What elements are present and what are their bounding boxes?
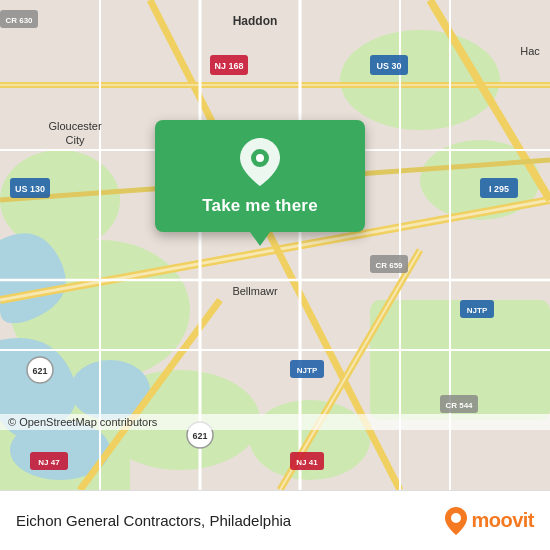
svg-text:NJ 47: NJ 47 <box>38 458 60 467</box>
moovit-logo: moovit <box>445 507 534 535</box>
svg-text:I 295: I 295 <box>489 184 509 194</box>
svg-text:CR 659: CR 659 <box>375 261 403 270</box>
svg-point-62 <box>451 513 461 523</box>
svg-text:City: City <box>66 134 85 146</box>
take-me-there-popup[interactable]: Take me there <box>155 120 365 232</box>
svg-text:621: 621 <box>192 431 207 441</box>
take-me-there-button[interactable]: Take me there <box>202 196 318 216</box>
location-pin-icon <box>236 138 284 186</box>
svg-text:CR 544: CR 544 <box>445 401 473 410</box>
svg-text:621: 621 <box>32 366 47 376</box>
moovit-wordmark: moovit <box>471 509 534 532</box>
svg-text:NJTP: NJTP <box>467 306 488 315</box>
svg-text:NJ 41: NJ 41 <box>296 458 318 467</box>
svg-text:Hac: Hac <box>520 45 540 57</box>
place-name: Eichon General Contractors, Philadelphia <box>16 512 291 529</box>
svg-text:US 30: US 30 <box>376 61 401 71</box>
svg-text:Haddon: Haddon <box>233 14 278 28</box>
svg-text:NJTP: NJTP <box>297 366 318 375</box>
svg-text:US 130: US 130 <box>15 184 45 194</box>
svg-point-61 <box>256 154 264 162</box>
map-attribution: © OpenStreetMap contributors <box>0 414 550 430</box>
svg-text:CR 630: CR 630 <box>5 16 33 25</box>
moovit-pin-icon <box>445 507 467 535</box>
footer: Eichon General Contractors, Philadelphia… <box>0 490 550 550</box>
svg-text:Gloucester: Gloucester <box>48 120 102 132</box>
map-container: US 30 NJ 168 US 130 I 295 NJTP NJTP 621 … <box>0 0 550 490</box>
svg-text:Bellmawr: Bellmawr <box>232 285 278 297</box>
svg-text:NJ 168: NJ 168 <box>214 61 243 71</box>
